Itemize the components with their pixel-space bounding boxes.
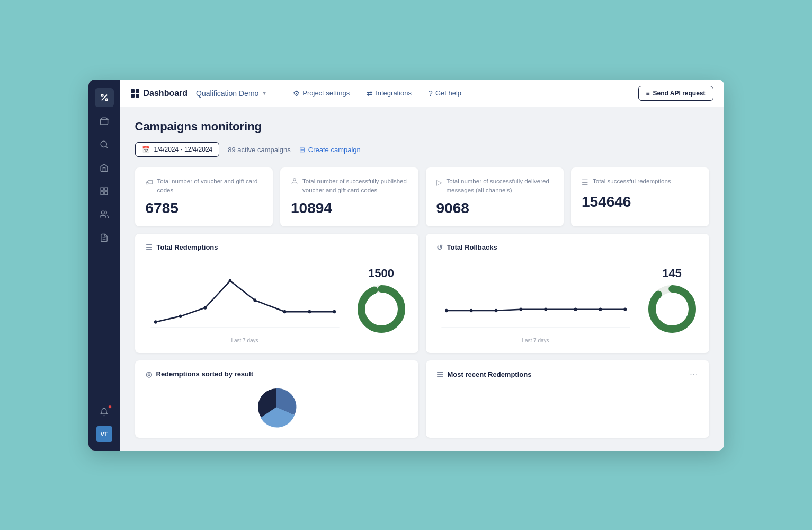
svg-rect-6 [105, 188, 108, 190]
get-help-button[interactable]: ? Get help [424, 87, 466, 100]
redemptions-chart-title: Total Redemptions [157, 243, 218, 251]
stat-value-1: 10894 [291, 200, 408, 217]
svg-point-1 [101, 94, 103, 96]
recent-icon: ☰ [436, 370, 443, 379]
stats-row: 🏷 Total number of voucher and gift card … [135, 167, 709, 226]
date-range-button[interactable]: 📅 1/4/2024 - 12/4/2024 [135, 142, 220, 157]
stat-card-0: 🏷 Total number of voucher and gift card … [135, 167, 273, 226]
stat-value-3: 154646 [582, 193, 699, 210]
rollbacks-chart-icon: ↺ [436, 243, 443, 252]
stat-label-0: Total number of voucher and gift card co… [157, 177, 263, 194]
integrations-icon: ⇄ [367, 89, 373, 98]
redemptions-donut-value: 1500 [368, 267, 394, 280]
stat-label-2: Total number of successfully delivered m… [447, 177, 554, 194]
redemptions-sorted-card: ◎ Redemptions sorted by result [135, 360, 418, 438]
svg-point-23 [361, 289, 401, 329]
svg-point-34 [652, 289, 692, 329]
stat-card-1: Total number of successfully published v… [280, 167, 418, 226]
page-title: Campaigns monitoring [135, 120, 709, 134]
stat-icon-1 [291, 178, 298, 188]
top-navigation: Dashboard Qualification Demo ▼ ⚙ Project… [120, 80, 724, 107]
bottom-row: ◎ Redemptions sorted by result [135, 360, 709, 438]
stat-card-2: ▷ Total number of successfully delivered… [426, 167, 564, 226]
redemptions-donut: 1500 [355, 267, 408, 335]
project-selector[interactable]: Qualification Demo ▼ [196, 89, 267, 98]
sidebar-icon-bell[interactable] [95, 403, 114, 422]
brand-logo: Dashboard [131, 89, 188, 98]
svg-rect-5 [101, 188, 103, 190]
svg-point-12 [293, 179, 296, 181]
svg-line-0 [101, 95, 107, 101]
send-api-button[interactable]: ≡ Send API request [638, 86, 713, 101]
sidebar: VT [88, 80, 120, 450]
stat-value-0: 6785 [146, 200, 263, 217]
redemptions-line-chart: Last 7 days [146, 259, 344, 343]
svg-rect-3 [100, 119, 108, 125]
total-rollbacks-card: ↺ Total Rollbacks [426, 234, 709, 353]
project-settings-button[interactable]: ⚙ Project settings [289, 87, 354, 100]
redemptions-last7-label: Last 7 days [146, 338, 344, 343]
page-controls: 📅 1/4/2024 - 12/4/2024 89 active campaig… [135, 142, 709, 157]
stat-card-3: ☰ Total successful redemptions 154646 [571, 167, 709, 226]
recent-title: Most recent Redemptions [448, 370, 532, 378]
sidebar-icon-search[interactable] [95, 135, 114, 154]
svg-point-2 [105, 99, 108, 101]
app-window: VT Dashboard Qualification Demo ▼ ⚙ Proj… [88, 80, 724, 450]
stat-icon-0: 🏷 [146, 178, 153, 188]
main-content: Dashboard Qualification Demo ▼ ⚙ Project… [120, 80, 724, 450]
svg-rect-7 [101, 192, 103, 195]
brand-label: Dashboard [144, 89, 188, 98]
sorted-icon: ◎ [146, 370, 152, 378]
charts-row: ☰ Total Redemptions [135, 234, 709, 353]
svg-point-4 [101, 141, 106, 147]
sidebar-divider [96, 396, 112, 396]
rollbacks-donut-value: 145 [662, 267, 682, 280]
active-campaigns-count: 89 active campaigns [228, 146, 291, 154]
chevron-down-icon: ▼ [262, 90, 267, 96]
topnav-right: ≡ Send API request [638, 86, 713, 101]
svg-point-9 [102, 211, 105, 214]
stat-label-3: Total successful redemptions [593, 177, 671, 186]
date-range-value: 1/4/2024 - 12/4/2024 [154, 146, 213, 153]
svg-rect-8 [105, 192, 108, 195]
total-redemptions-card: ☰ Total Redemptions [135, 234, 418, 353]
sidebar-icon-home[interactable] [95, 158, 114, 177]
gear-icon: ⚙ [293, 89, 300, 98]
most-recent-redemptions-card: ☰ Most recent Redemptions ··· [426, 360, 709, 438]
rollbacks-line-chart: Last 7 days [436, 259, 635, 343]
sidebar-icon-customers[interactable] [95, 205, 114, 224]
sidebar-icon-segments[interactable] [95, 181, 114, 200]
page-content: Campaigns monitoring 📅 1/4/2024 - 12/4/2… [120, 107, 724, 450]
sorted-title: Redemptions sorted by result [156, 370, 253, 378]
plus-icon: ⊞ [299, 146, 305, 154]
grid-icon [131, 89, 139, 98]
user-avatar[interactable]: VT [96, 426, 112, 442]
integrations-button[interactable]: ⇄ Integrations [362, 87, 416, 100]
rollbacks-last7-label: Last 7 days [436, 338, 635, 343]
help-icon: ? [429, 89, 433, 98]
create-campaign-button[interactable]: ⊞ Create campaign [299, 146, 361, 154]
nav-separator [278, 88, 278, 99]
stat-icon-3: ☰ [582, 178, 588, 188]
sidebar-icon-percent[interactable] [95, 88, 114, 107]
project-name: Qualification Demo [196, 89, 258, 98]
more-options-button[interactable]: ··· [690, 370, 698, 379]
sidebar-icon-voucher[interactable] [95, 111, 114, 130]
calendar-icon: 📅 [142, 146, 150, 153]
sidebar-icon-orders[interactable] [95, 228, 114, 247]
redemptions-chart-icon: ☰ [146, 243, 153, 252]
stat-label-1: Total number of successfully published v… [302, 177, 408, 194]
api-icon: ≡ [646, 90, 650, 97]
rollbacks-donut: 145 [646, 267, 699, 335]
stat-value-2: 9068 [436, 200, 554, 217]
rollbacks-chart-title: Total Rollbacks [447, 243, 497, 251]
stat-icon-2: ▷ [436, 178, 442, 188]
